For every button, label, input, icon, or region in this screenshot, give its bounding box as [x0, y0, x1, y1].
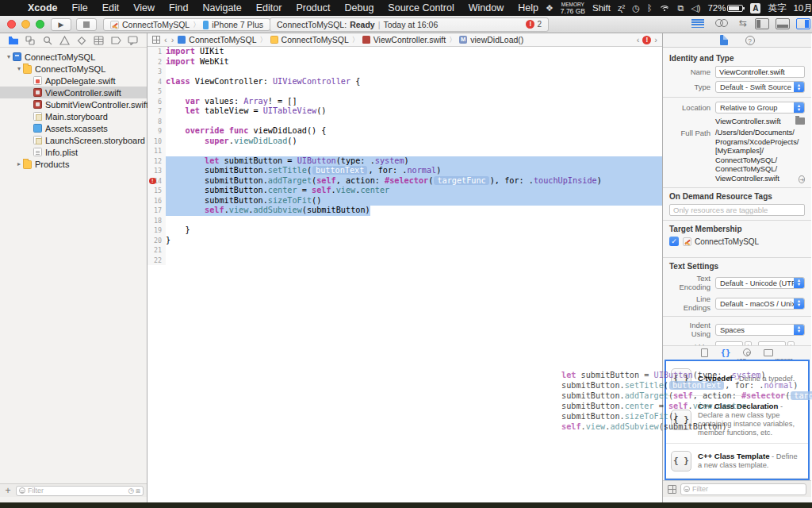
- snippet-c-class-template[interactable]: { }C++ Class Template - Define a new cla…: [666, 444, 808, 479]
- snippet-library-list[interactable]: { }C typedef - Define a typedef.{ }C++ C…: [665, 360, 810, 480]
- menu-debug[interactable]: Debug: [338, 2, 381, 13]
- wifi-icon[interactable]: [659, 4, 670, 13]
- indent-using-select[interactable]: Spaces▲▼: [715, 324, 805, 336]
- disclosure-triangle[interactable]: ▸: [15, 160, 23, 167]
- battery-indicator[interactable]: 72%: [707, 3, 743, 13]
- menu-file[interactable]: File: [65, 2, 95, 13]
- app-z-icon[interactable]: ʐ²: [618, 3, 625, 13]
- toggle-debug-area-button[interactable]: [776, 18, 790, 29]
- code-line-9[interactable]: 9 override func viewDidLoad() {: [147, 126, 662, 137]
- symbol-navigator-icon[interactable]: [25, 35, 36, 46]
- code-line-6[interactable]: 6 var values: Array! = []: [147, 97, 662, 107]
- next-issue-button[interactable]: ›: [654, 35, 657, 44]
- ime-language[interactable]: 英字: [768, 2, 786, 14]
- go-forward-button[interactable]: ›: [171, 35, 174, 44]
- airplay-icon[interactable]: ⧉: [677, 3, 684, 13]
- code-line-4[interactable]: 4class ViewController: UIViewController …: [147, 77, 662, 87]
- menu-window[interactable]: Window: [462, 2, 511, 13]
- error-line-icon[interactable]: !: [149, 178, 156, 185]
- add-file-button[interactable]: +: [3, 485, 13, 496]
- breadcrumb-item[interactable]: ConnectToMySQL: [189, 35, 256, 44]
- snippet-c-class-declaration[interactable]: { }C++ Class Declaration - Declare a new…: [666, 396, 808, 444]
- file-row-info-plist[interactable]: Info.plist: [0, 146, 147, 158]
- file-row-assets-xcassets[interactable]: Assets.xcassets: [0, 122, 147, 134]
- encoding-select[interactable]: Default - Unicode (UTF-8)▲▼: [715, 277, 805, 289]
- volume-icon[interactable]: ◁): [691, 3, 700, 13]
- run-button[interactable]: ▶: [51, 18, 71, 31]
- disclosure-triangle[interactable]: ▾: [5, 53, 13, 60]
- navigator-filter-field[interactable]: Filter ◷ ⧈: [16, 486, 144, 496]
- toggle-inspector-button[interactable]: [796, 18, 810, 29]
- breadcrumb-item[interactable]: viewDidLoad(): [470, 35, 523, 44]
- snippet-c-typedef[interactable]: { }C typedef - Define a typedef.: [666, 361, 808, 396]
- scheme-selector[interactable]: ConnectToMySQL 〉 iPhone 7 Plus: [103, 18, 270, 31]
- shift-indicator[interactable]: Shift: [592, 3, 611, 13]
- open-in-finder-icon[interactable]: ➜: [799, 175, 805, 183]
- code-line-3[interactable]: 3: [147, 67, 662, 77]
- file-row-submitviewcontroller-swift[interactable]: SubmitViewController.swift: [0, 98, 147, 110]
- menu-find[interactable]: Find: [162, 2, 195, 13]
- error-badge-icon[interactable]: !: [526, 20, 534, 29]
- file-inspector-icon[interactable]: [720, 35, 728, 45]
- code-line-13[interactable]: 13 submitButton.setTitle(buttonText, for…: [147, 166, 662, 176]
- location-select[interactable]: Relative to Group▲▼: [715, 102, 805, 114]
- code-line-12[interactable]: 12 let submitButton = UIButton(type: .sy…: [147, 156, 662, 167]
- code-line-16[interactable]: 16 submitButton.sizeToFit(): [147, 196, 662, 206]
- code-snippet-library-icon[interactable]: {}: [721, 348, 731, 357]
- prev-issue-button[interactable]: ‹: [637, 35, 640, 44]
- code-line-17[interactable]: 17 self.view.addSubview(submitButton): [147, 206, 662, 216]
- related-items-icon[interactable]: [152, 36, 160, 44]
- toggle-navigator-button[interactable]: [755, 18, 769, 29]
- target-checkbox[interactable]: ✓: [669, 237, 679, 246]
- standard-editor-button[interactable]: [691, 19, 704, 28]
- bluetooth-icon[interactable]: ᛒ: [647, 3, 653, 13]
- input-method-icon[interactable]: A: [750, 3, 760, 13]
- code-line-22[interactable]: 22: [147, 256, 662, 266]
- code-line-7[interactable]: 7 let tableView = UITableView(): [147, 106, 662, 117]
- file-row-main-storyboard[interactable]: Main.storyboard: [0, 110, 147, 122]
- file-row-launchscreen-storyboard[interactable]: LaunchScreen.storyboard: [0, 134, 147, 146]
- code-line-14[interactable]: !14 submitButton.addTarget(self, action:…: [147, 176, 662, 187]
- issue-navigator-icon[interactable]: [59, 35, 71, 46]
- odr-tags-field[interactable]: Only resources are taggable: [669, 204, 805, 216]
- find-navigator-icon[interactable]: [42, 35, 53, 46]
- menu-clock[interactable]: 10月4日(火) 16:06: [793, 2, 812, 14]
- media-library-icon[interactable]: [764, 349, 773, 356]
- menu-view[interactable]: View: [126, 2, 162, 13]
- code-line-10[interactable]: 10 super.viewDidLoad(): [147, 137, 662, 147]
- code-line-18[interactable]: 18: [147, 216, 662, 226]
- menu-edit[interactable]: Edit: [95, 2, 127, 13]
- close-window-button[interactable]: [7, 20, 16, 29]
- menu-editor[interactable]: Editor: [249, 2, 289, 13]
- menu-xcode[interactable]: Xcode: [21, 2, 65, 13]
- disclosure-triangle[interactable]: ▾: [15, 65, 23, 72]
- library-filter-field[interactable]: Filter: [680, 483, 806, 495]
- project-navigator-icon[interactable]: [8, 35, 19, 46]
- assistant-editor-button[interactable]: [715, 19, 728, 28]
- report-navigator-icon[interactable]: [128, 35, 139, 46]
- zoom-window-button[interactable]: [36, 20, 44, 29]
- name-field[interactable]: ViewController.swift: [715, 66, 805, 78]
- stop-button[interactable]: [76, 18, 97, 31]
- code-line-15[interactable]: 15 submitButton.center = self.view.cente…: [147, 186, 662, 196]
- debug-navigator-icon[interactable]: [94, 35, 105, 46]
- memory-indicator[interactable]: MEMORY7.76 GB: [561, 2, 585, 13]
- source-control-status-icon[interactable]: ⧈: [136, 487, 140, 495]
- menu-help[interactable]: Help: [511, 2, 546, 13]
- code-line-8[interactable]: 8: [147, 117, 662, 127]
- code-line-20[interactable]: 20}: [147, 236, 662, 246]
- code-line-21[interactable]: 21: [147, 245, 662, 256]
- code-line-5[interactable]: 5: [147, 87, 662, 97]
- code-line-11[interactable]: 11: [147, 146, 662, 156]
- breakpoint-navigator-icon[interactable]: [110, 35, 121, 46]
- type-select[interactable]: Default - Swift Source▲▼: [715, 81, 805, 93]
- file-template-library-icon[interactable]: [701, 348, 708, 357]
- breadcrumb-item[interactable]: ConnectToMySQL: [282, 35, 349, 44]
- menu-navigate[interactable]: Navigate: [195, 2, 248, 13]
- test-navigator-icon[interactable]: [76, 35, 87, 46]
- recent-files-icon[interactable]: ◷: [128, 487, 134, 495]
- file-row-connecttomysql[interactable]: ▾ConnectToMySQL: [0, 63, 147, 75]
- choose-folder-icon[interactable]: [795, 117, 805, 125]
- library-view-mode-icon[interactable]: [668, 485, 676, 494]
- minimize-window-button[interactable]: [21, 20, 30, 29]
